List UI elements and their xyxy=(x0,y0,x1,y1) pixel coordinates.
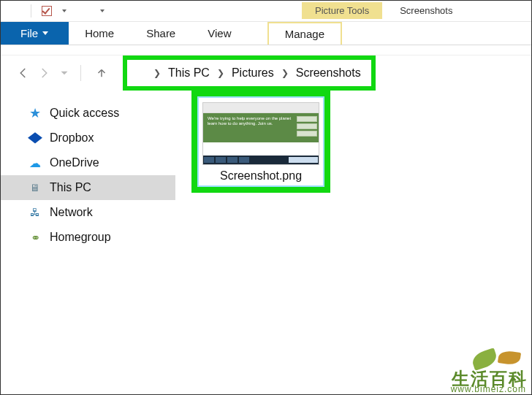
ribbon-tabs: File Home Share View Manage xyxy=(0,22,532,45)
navigation-bar: ❯ This PC ❯ Pictures ❯ Screenshots xyxy=(0,55,532,91)
file-list[interactable]: We're trying to help everyone on the pla… xyxy=(175,91,532,395)
sidebar-item-homegroup[interactable]: ⚭ Homegroup xyxy=(0,225,175,250)
sidebar-item-quick-access[interactable]: ★ Quick access xyxy=(0,101,175,126)
thumb-text-line2: learn how to do anything. Join us. xyxy=(208,121,273,126)
sidebar-item-label: This PC xyxy=(50,181,91,194)
tab-manage[interactable]: Manage xyxy=(267,22,342,45)
sidebar-item-onedrive[interactable]: ☁ OneDrive xyxy=(0,150,175,175)
breadcrumb-highlight: ❯ This PC ❯ Pictures ❯ Screenshots xyxy=(123,55,376,91)
up-button[interactable] xyxy=(91,63,112,83)
watermark-leaves xyxy=(433,351,528,367)
sidebar-item-this-pc[interactable]: 🖥 This PC xyxy=(0,175,175,200)
breadcrumb[interactable]: ❯ This PC ❯ Pictures ❯ Screenshots xyxy=(127,60,371,86)
star-icon: ★ xyxy=(28,107,42,120)
sidebar-item-label: Homegroup xyxy=(50,231,111,244)
sidebar-item-label: OneDrive xyxy=(50,156,99,169)
properties-icon[interactable] xyxy=(42,6,52,16)
folder-icon[interactable] xyxy=(7,6,20,16)
chevron-right-icon[interactable]: ❯ xyxy=(217,68,224,78)
file-highlight: We're trying to help everyone on the pla… xyxy=(191,91,330,193)
thumb-text-line1: We're trying to help everyone on the pla… xyxy=(208,116,291,120)
contextual-tab-label: Picture Tools xyxy=(302,2,382,19)
sidebar-item-label: Network xyxy=(50,206,93,219)
contextual-tab-area: Picture Tools Screenshots xyxy=(302,0,452,22)
sidebar-item-label: Quick access xyxy=(50,107,119,120)
file-name[interactable]: Screenshot.png xyxy=(220,165,302,184)
qat-divider xyxy=(31,4,31,18)
tab-share[interactable]: Share xyxy=(130,22,191,45)
sidebar-item-network[interactable]: 🖧 Network xyxy=(0,200,175,225)
file-thumbnail: We're trying to help everyone on the pla… xyxy=(202,102,319,165)
tab-file-label: File xyxy=(20,27,38,39)
tab-view[interactable]: View xyxy=(191,22,247,45)
quick-access-toolbar xyxy=(0,4,112,18)
ribbon-collapse-area xyxy=(0,45,532,55)
monitor-icon: 🖥 xyxy=(28,181,42,194)
title-bar: Picture Tools Screenshots xyxy=(0,0,532,22)
chevron-right-icon[interactable]: ❯ xyxy=(153,68,161,78)
watermark-url: www.bimeiz.com xyxy=(451,384,526,394)
window-title: Screenshots xyxy=(400,5,452,16)
homegroup-icon: ⚭ xyxy=(28,231,42,244)
folder-icon xyxy=(132,68,145,78)
breadcrumb-pictures[interactable]: Pictures xyxy=(232,66,274,80)
chevron-right-icon[interactable]: ❯ xyxy=(281,68,289,78)
navigation-pane: ★ Quick access Dropbox ☁ OneDrive 🖥 This… xyxy=(0,91,175,395)
cloud-icon: ☁ xyxy=(28,156,42,169)
chevron-down-icon xyxy=(42,31,48,35)
nav-divider xyxy=(80,65,81,81)
file-tile[interactable]: We're trying to help everyone on the pla… xyxy=(197,96,324,187)
network-icon: 🖧 xyxy=(28,206,42,219)
breadcrumb-this-pc[interactable]: This PC xyxy=(168,66,210,80)
new-folder-icon[interactable] xyxy=(77,6,90,16)
recent-locations-button[interactable] xyxy=(54,63,75,83)
breadcrumb-screenshots[interactable]: Screenshots xyxy=(296,66,361,80)
dropbox-icon xyxy=(28,131,42,145)
qat-dropdown-icon[interactable] xyxy=(62,9,66,12)
tab-home[interactable]: Home xyxy=(69,22,130,45)
sidebar-item-dropbox[interactable]: Dropbox xyxy=(0,126,175,150)
main-area: ★ Quick access Dropbox ☁ OneDrive 🖥 This… xyxy=(0,91,532,395)
customize-qat-icon[interactable] xyxy=(100,9,104,12)
watermark-url-wrap: www.bimeiz.com xyxy=(451,382,526,395)
forward-button[interactable] xyxy=(34,63,54,83)
sidebar-item-label: Dropbox xyxy=(50,131,94,145)
tab-file[interactable]: File xyxy=(0,22,69,45)
back-button[interactable] xyxy=(13,63,34,83)
